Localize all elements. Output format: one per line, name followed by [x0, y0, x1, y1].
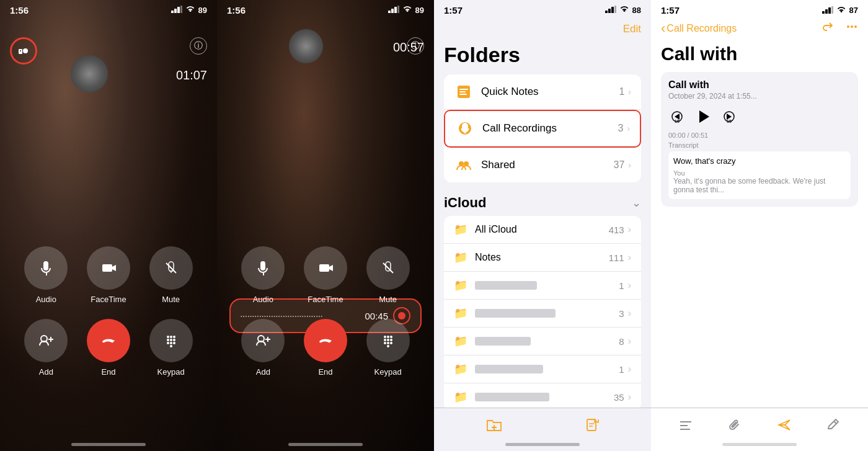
screen2-keypad-button[interactable]: Keypad — [356, 319, 419, 377]
icloud-item-blurred-3[interactable]: 📁 8 › — [444, 328, 641, 355]
svg-point-32 — [390, 339, 392, 341]
share-button[interactable] — [821, 20, 833, 36]
all-icloud-chevron: › — [628, 224, 631, 235]
svg-rect-0 — [171, 11, 174, 13]
blurred-chevron-3: › — [628, 336, 631, 347]
svg-rect-38 — [608, 9, 611, 13]
notes-folder-count: 111 — [609, 252, 624, 263]
screen1-battery: 89 — [198, 6, 207, 15]
svg-point-56 — [854, 25, 857, 28]
all-icloud-icon: 📁 — [454, 223, 467, 236]
transcript-content: Wow, that's crazy You Yeah, it's gonna b… — [668, 151, 851, 199]
svg-rect-24 — [319, 264, 329, 272]
mute-button[interactable]: Mute — [140, 246, 202, 304]
icloud-item-blurred-4[interactable]: 📁 1 › — [444, 355, 641, 383]
transcript-line1: Wow, that's crazy — [673, 156, 846, 166]
svg-marker-58 — [699, 110, 709, 123]
screen2-audio-button[interactable]: Audio — [232, 246, 294, 304]
shared-name: Shared — [481, 159, 614, 171]
blurred-name-1 — [475, 281, 537, 290]
skip-back-button[interactable]: 15 — [668, 108, 686, 125]
add-button[interactable]: Add — [15, 319, 78, 377]
recording-card-date: October 29, 2024 at 1:55... — [668, 92, 851, 100]
screen2-caller-avatar — [289, 29, 323, 63]
edit-note-button[interactable] — [826, 418, 840, 435]
screen4-status-right: 87 — [822, 5, 858, 16]
svg-point-36 — [387, 345, 389, 347]
record-indicator[interactable] — [10, 37, 37, 65]
svg-text:15: 15 — [727, 119, 732, 123]
screen2-wifi — [402, 6, 412, 15]
folder-item-call-recordings[interactable]: Call Recordings 3 › — [445, 111, 640, 146]
send-button[interactable] — [777, 418, 791, 435]
transcript-line2: Yeah, it's gonna be some feedback. We're… — [673, 177, 846, 194]
all-icloud-count: 413 — [609, 225, 624, 235]
new-note-button[interactable] — [586, 418, 600, 435]
back-button[interactable]: ‹ Call Recordings — [661, 22, 737, 35]
playback-controls: 15 15 — [668, 105, 851, 128]
caller-avatar — [71, 55, 108, 92]
screen3-status-right: 88 — [605, 6, 641, 15]
icloud-item-all[interactable]: 📁 All iCloud 413 › — [444, 216, 641, 244]
blurred-name-2 — [475, 309, 556, 318]
blurred-count-4: 1 — [619, 364, 624, 375]
svg-point-13 — [167, 339, 169, 341]
screen4-battery: 87 — [849, 6, 858, 15]
edit-button[interactable]: Edit — [623, 23, 641, 35]
audio-button[interactable]: Audio — [15, 246, 78, 304]
screen2-audio-label: Audio — [253, 295, 273, 304]
screen4-wifi — [836, 5, 846, 16]
screen2-panel: 1:56 89 ⓘ 00:57 ••••••••••••••••••••••••… — [217, 0, 434, 451]
play-button[interactable] — [692, 105, 714, 128]
facetime-button[interactable]: FaceTime — [78, 246, 140, 304]
svg-rect-50 — [822, 11, 825, 14]
svg-rect-1 — [174, 9, 177, 13]
icloud-item-notes[interactable]: 📁 Notes 111 › — [444, 244, 641, 272]
skip-forward-button[interactable]: 15 — [720, 108, 738, 125]
screen2-mute-button[interactable]: Mute — [356, 246, 419, 304]
notes-icon: 📁 — [454, 251, 467, 264]
menu-button[interactable] — [679, 419, 693, 435]
icloud-section: iCloud ⌄ 📁 All iCloud 413 › 📁 Notes 111 … — [444, 195, 641, 411]
new-folder-button[interactable] — [486, 418, 502, 435]
blurred-folder-icon-3: 📁 — [454, 334, 467, 348]
icloud-item-blurred-1[interactable]: 📁 1 › — [444, 272, 641, 300]
recording-card-title: Call with — [668, 79, 851, 91]
blurred-folder-icon-5: 📁 — [454, 390, 467, 404]
screen4-home-indicator — [722, 443, 797, 446]
blurred-chevron-5: › — [628, 391, 631, 403]
detail-page-title: Call with — [651, 41, 868, 72]
icloud-collapse-icon[interactable]: ⌄ — [632, 196, 641, 210]
keypad-button[interactable]: Keypad — [140, 319, 202, 377]
blurred-count-1: 1 — [619, 280, 624, 291]
more-button[interactable] — [846, 20, 858, 36]
end-button[interactable]: End — [78, 319, 140, 377]
blurred-folder-icon-1: 📁 — [454, 279, 467, 292]
screen2-facetime-button[interactable]: FaceTime — [294, 246, 357, 304]
svg-rect-7 — [102, 264, 112, 272]
icloud-item-blurred-5[interactable]: 📁 35 › — [444, 383, 641, 411]
screen2-end-button[interactable]: End — [294, 319, 357, 377]
screen2-battery: 89 — [415, 6, 424, 15]
screen2-info-button[interactable]: ⓘ — [407, 37, 424, 55]
screen2-add-button[interactable]: Add — [232, 319, 294, 377]
info-button[interactable]: ⓘ — [190, 37, 207, 55]
svg-rect-40 — [614, 6, 616, 13]
folder-item-shared[interactable]: Shared 37 › — [444, 148, 641, 182]
transcript-speaker: You — [673, 169, 846, 177]
screen1-status-right: 89 — [171, 6, 207, 15]
screen2-end-label: End — [318, 367, 332, 377]
screen2-keypad-label: Keypad — [374, 367, 402, 377]
svg-point-55 — [851, 25, 853, 28]
folders-title: Folders — [434, 40, 651, 74]
svg-point-14 — [170, 339, 172, 341]
svg-point-31 — [387, 339, 389, 341]
screen3-time: 1:57 — [444, 5, 463, 16]
blurred-folder-icon-4: 📁 — [454, 362, 467, 376]
icloud-item-blurred-2[interactable]: 📁 3 › — [444, 300, 641, 328]
folder-item-quick-notes[interactable]: Quick Notes 1 › — [444, 74, 641, 110]
blurred-chevron-4: › — [628, 364, 631, 375]
attach-button[interactable] — [728, 418, 742, 435]
detail-action-buttons — [821, 20, 858, 36]
screen3-battery: 88 — [632, 6, 641, 15]
